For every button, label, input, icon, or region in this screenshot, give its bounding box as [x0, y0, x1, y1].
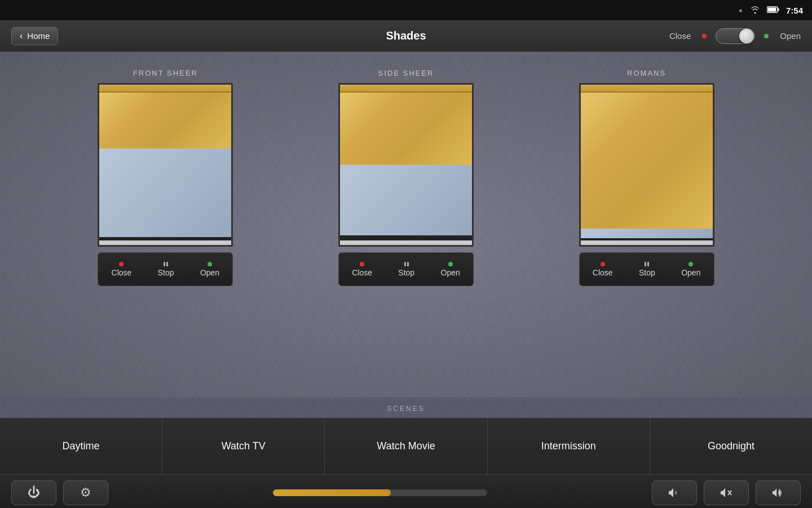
- back-label: Home: [27, 31, 50, 41]
- front-sheer-fabric: [99, 93, 231, 148]
- scene-daytime-label: Daytime: [63, 440, 100, 452]
- close-btn-label: Close: [352, 268, 372, 277]
- power-button[interactable]: ⏻: [11, 480, 56, 505]
- pause-icon: [164, 262, 168, 266]
- svg-rect-2: [767, 8, 776, 12]
- back-button[interactable]: ‹ Home: [11, 27, 58, 45]
- romans-glass: [581, 229, 713, 238]
- romans-bottom: [581, 240, 713, 245]
- open-indicator: [764, 34, 769, 38]
- battery-icon: [767, 6, 779, 15]
- close-dot: [119, 262, 123, 266]
- bluetooth-icon: ∘: [738, 6, 743, 15]
- settings-button[interactable]: ⚙: [63, 480, 108, 505]
- gear-icon: ⚙: [80, 485, 91, 500]
- status-bar: ∘ 7:54: [0, 0, 812, 20]
- front-sheer-rail: [99, 85, 231, 93]
- close-dot: [360, 262, 364, 266]
- scene-daytime-button[interactable]: Daytime: [0, 418, 162, 474]
- front-sheer-bottom: [99, 240, 231, 245]
- romans-visual: [579, 83, 714, 247]
- scene-watch-movie-label: Watch Movie: [377, 440, 435, 452]
- stop-btn-label: Stop: [639, 268, 655, 277]
- progress-bar[interactable]: [273, 489, 487, 496]
- toolbar-center: [108, 489, 652, 496]
- open-btn-label: Open: [200, 268, 219, 277]
- power-icon: ⏻: [28, 485, 40, 500]
- open-btn-label: Open: [441, 268, 460, 277]
- romans-fabric: [581, 93, 713, 229]
- header: ‹ Home Shades Close Open: [0, 20, 812, 52]
- scene-watch-movie-button[interactable]: Watch Movie: [325, 418, 487, 474]
- open-label: Open: [780, 31, 801, 41]
- front-sheer-stop-button[interactable]: Stop: [149, 260, 183, 279]
- volume-up-icon: [772, 488, 784, 498]
- romans-close-button[interactable]: Close: [584, 260, 622, 279]
- romans-stop-button[interactable]: Stop: [630, 260, 664, 279]
- close-label: Close: [669, 31, 691, 41]
- scene-goodnight-button[interactable]: Goodnight: [650, 418, 812, 474]
- pause-icon: [645, 262, 649, 266]
- open-btn-label: Open: [681, 268, 700, 277]
- front-sheer-close-button[interactable]: Close: [103, 260, 141, 279]
- scenes-label-row: SCENES: [0, 397, 812, 418]
- close-dot: [601, 262, 605, 266]
- scene-intermission-button[interactable]: Intermission: [488, 418, 650, 474]
- side-sheer-unit: SIDE SHEER Close Stop: [338, 69, 474, 286]
- main-content: FRONT SHEER Close Stop: [0, 52, 812, 418]
- front-sheer-open-button[interactable]: Open: [191, 260, 228, 279]
- open-close-toggle[interactable]: [716, 28, 755, 44]
- volume-mute-button[interactable]: [704, 480, 749, 505]
- front-sheer-visual: [98, 83, 233, 247]
- toolbar-right: [652, 480, 801, 505]
- open-dot: [448, 262, 453, 266]
- scene-watch-tv-button[interactable]: Watch TV: [162, 418, 325, 474]
- scene-watch-tv-label: Watch TV: [222, 440, 266, 452]
- scene-intermission-label: Intermission: [541, 440, 596, 452]
- scene-goodnight-label: Goodnight: [708, 440, 754, 452]
- progress-fill: [273, 489, 391, 496]
- open-dot: [208, 262, 212, 266]
- volume-mute-icon: [720, 488, 732, 498]
- close-indicator: [702, 34, 707, 38]
- open-dot: [689, 262, 693, 266]
- shades-row: FRONT SHEER Close Stop: [0, 52, 812, 397]
- romans-rail: [581, 85, 713, 93]
- stop-btn-label: Stop: [158, 268, 174, 277]
- front-sheer-controls: Close Stop Open: [98, 252, 233, 286]
- close-btn-label: Close: [593, 268, 613, 277]
- scenes-title: SCENES: [387, 405, 425, 413]
- status-time: 7:54: [786, 6, 803, 15]
- page-title: Shades: [386, 29, 426, 42]
- chevron-left-icon: ‹: [20, 31, 23, 41]
- close-btn-label: Close: [112, 268, 132, 277]
- side-sheer-open-button[interactable]: Open: [432, 260, 469, 279]
- side-sheer-fabric: [340, 93, 472, 165]
- front-sheer-unit: FRONT SHEER Close Stop: [98, 69, 233, 286]
- side-sheer-close-button[interactable]: Close: [343, 260, 381, 279]
- side-sheer-label: SIDE SHEER: [378, 69, 434, 77]
- romans-open-button[interactable]: Open: [672, 260, 709, 279]
- side-sheer-stop-button[interactable]: Stop: [389, 260, 423, 279]
- side-sheer-controls: Close Stop Open: [338, 252, 474, 286]
- pause-icon: [404, 262, 409, 266]
- front-sheer-glass: [99, 148, 231, 237]
- svg-rect-1: [778, 8, 779, 11]
- side-sheer-bottom: [340, 240, 472, 245]
- romans-controls: Close Stop Open: [579, 252, 714, 286]
- wifi-icon: [750, 6, 760, 15]
- side-sheer-glass: [340, 165, 472, 235]
- side-sheer-rail: [340, 85, 472, 93]
- toggle-knob: [739, 29, 754, 43]
- volume-down-button[interactable]: [652, 480, 697, 505]
- romans-unit: ROMANS Close Stop: [579, 69, 714, 286]
- stop-btn-label: Stop: [398, 268, 414, 277]
- side-sheer-visual: [338, 83, 474, 247]
- bottom-toolbar: ⏻ ⚙: [0, 474, 812, 508]
- volume-down-icon: [668, 488, 681, 498]
- toolbar-left: ⏻ ⚙: [11, 480, 108, 505]
- header-controls: Close Open: [669, 28, 801, 44]
- volume-up-button[interactable]: [756, 480, 801, 505]
- front-sheer-label: FRONT SHEER: [133, 69, 198, 77]
- romans-label: ROMANS: [627, 69, 666, 77]
